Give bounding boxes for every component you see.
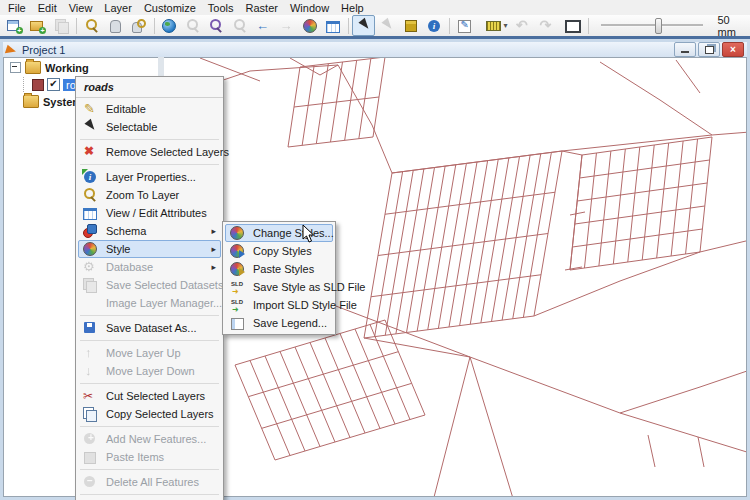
menu-item-view-edit-attributes[interactable]: View / Edit Attributes — [78, 204, 221, 222]
menu-item-move-layer-up: Move Layer Up — [78, 344, 221, 362]
pan-tool-button[interactable] — [104, 15, 127, 36]
menubar-item-file[interactable]: File — [2, 1, 32, 15]
menu-item-label: Image Layer Manager... — [106, 297, 222, 309]
menu-item-copy-selected-layers[interactable]: Copy Selected Layers — [78, 405, 221, 423]
pan-zoom-tool-button[interactable] — [127, 15, 150, 36]
menu-item-image-layer-manager: Image Layer Manager... — [78, 294, 221, 312]
menu-item-zoom-to-layer[interactable]: Zoom To Layer — [78, 186, 221, 204]
menu-item-label: Save Dataset As... — [106, 322, 197, 334]
submenu-item-change-styles[interactable]: Change Styles... — [225, 224, 333, 242]
menubar-item-raster[interactable]: Raster — [240, 1, 284, 15]
frame-icon — [565, 18, 581, 34]
zoom-tool-button[interactable] — [80, 15, 103, 36]
menu-item-label: Move Layer Down — [106, 365, 195, 377]
cube-view-button[interactable] — [399, 15, 422, 36]
toolbar-separator — [588, 18, 589, 34]
zoom-in-button[interactable] — [181, 15, 204, 36]
save-project-button[interactable] — [50, 15, 73, 36]
menu-item-cut-selected-layers[interactable]: Cut Selected Layers — [78, 387, 221, 405]
window-controls: × — [674, 42, 747, 57]
menu-separator — [76, 337, 223, 344]
menu-item-style[interactable]: Style▸ — [78, 240, 221, 258]
arrow-left-blue-icon — [255, 18, 271, 34]
layer-context-menu: roads EditableSelectableRemove Selected … — [75, 76, 224, 500]
menu-item-save-dataset-as[interactable]: Save Dataset As... — [78, 319, 221, 337]
scale-slider-track[interactable] — [601, 24, 703, 27]
menu-item-paste-items: Paste Items — [78, 448, 221, 466]
toolbar-separator — [154, 18, 155, 34]
submenu-item-save-legend[interactable]: Save Legend... — [225, 314, 333, 332]
preview-frame-button[interactable] — [561, 15, 584, 36]
paste-icon — [82, 449, 98, 465]
menu-item-selectable[interactable]: Selectable — [78, 118, 221, 136]
submenu-arrow-icon: ▸ — [211, 244, 216, 254]
close-button[interactable]: × — [722, 42, 744, 57]
new-project-icon — [7, 18, 23, 34]
undo-button[interactable] — [511, 15, 534, 36]
menu-item-label: View / Edit Attributes — [106, 207, 207, 219]
layer-visibility-checkbox[interactable]: ✔ — [47, 78, 60, 91]
gear-gray-icon — [82, 259, 98, 275]
menu-item-schema[interactable]: Schema▸ — [78, 222, 221, 240]
menu-item-label: Database — [106, 261, 153, 273]
zoom-to-selection-button[interactable] — [204, 15, 227, 36]
toolbar-separator — [76, 18, 77, 34]
collapse-expander-icon[interactable] — [10, 62, 21, 73]
plus-circle-icon — [82, 431, 98, 447]
menu-item-move-layer-down: Move Layer Down — [78, 362, 221, 380]
menu-item-save-selected-datasets: Save Selected Datasets — [78, 276, 221, 294]
toolbar-separator — [449, 18, 450, 34]
submenu-item-import-sld-style-file[interactable]: Import SLD Style File — [225, 296, 333, 314]
menubar-item-view[interactable]: View — [63, 1, 99, 15]
open-project-icon — [30, 18, 46, 34]
menu-item-label: Editable — [106, 103, 146, 115]
menu-item-label: Remove Selected Layers — [106, 146, 229, 158]
select-tool-button[interactable] — [352, 15, 375, 36]
submenu-item-save-style-as-sld-file[interactable]: Save Style as SLD File — [225, 278, 333, 296]
cursor-icon — [356, 18, 372, 34]
menubar-item-help[interactable]: Help — [335, 1, 370, 15]
scale-slider-thumb[interactable] — [655, 18, 662, 34]
menubar-item-tools[interactable]: Tools — [202, 1, 240, 15]
measure-tool-button[interactable] — [482, 15, 505, 36]
new-project-button[interactable] — [3, 15, 26, 36]
arrow-right-gray-icon — [278, 18, 294, 34]
view-attributes-button[interactable] — [322, 15, 345, 36]
zoom-next-button[interactable] — [275, 15, 298, 36]
minimize-button[interactable] — [674, 42, 696, 57]
folder-label: Working — [45, 62, 89, 74]
feature-info-button[interactable] — [422, 15, 445, 36]
info-flag-icon — [82, 169, 98, 185]
menu-item-label: Paste Items — [106, 451, 164, 463]
scale-slider: 50 mm — [601, 14, 750, 38]
submenu-item-paste-styles[interactable]: Paste Styles — [225, 260, 333, 278]
palette-icon — [229, 225, 245, 241]
magnifier-gray-icon — [232, 18, 248, 34]
zoom-full-extent-button[interactable] — [158, 15, 181, 36]
menu-item-layer-properties[interactable]: Layer Properties... — [78, 168, 221, 186]
context-menu-header: roads — [76, 79, 223, 98]
menu-item-editable[interactable]: Editable — [78, 100, 221, 118]
zoom-previous-button[interactable] — [251, 15, 274, 36]
menubar-item-layer[interactable]: Layer — [98, 1, 138, 15]
palette-copy-icon — [229, 243, 245, 259]
menubar-item-window[interactable]: Window — [284, 1, 335, 15]
submenu-item-copy-styles[interactable]: Copy Styles — [225, 242, 333, 260]
zoom-out-button[interactable] — [228, 15, 251, 36]
menubar-item-edit[interactable]: Edit — [32, 1, 63, 15]
menubar-item-customize[interactable]: Customize — [138, 1, 202, 15]
select-features-button[interactable] — [375, 15, 398, 36]
project-title-bar[interactable]: Project 1 × — [3, 42, 747, 57]
menu-item-remove-selected-layers[interactable]: Remove Selected Layers — [78, 143, 221, 161]
redo-button[interactable] — [535, 15, 558, 36]
change-styles-button[interactable] — [298, 15, 321, 36]
copy-icon — [82, 406, 98, 422]
menu-separator — [76, 136, 223, 143]
submenu-arrow-icon: ▸ — [211, 226, 216, 236]
restore-button[interactable] — [698, 42, 720, 57]
open-project-button[interactable] — [26, 15, 49, 36]
edit-toggle-button[interactable] — [453, 15, 476, 36]
table-icon — [325, 18, 341, 34]
tree-folder-working[interactable]: Working — [4, 60, 158, 75]
menu-item-label: Layer Properties... — [106, 171, 196, 183]
